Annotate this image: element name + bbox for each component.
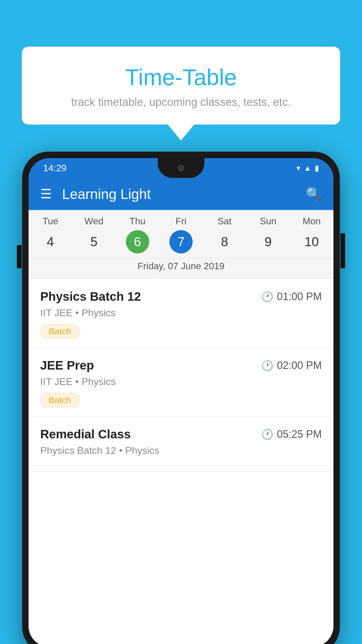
schedule-item-1-subtitle: IIT JEE • Physics	[40, 307, 322, 318]
day-name-tue: Tue	[29, 216, 72, 227]
phone-notch	[158, 158, 204, 178]
day-name-thu: Thu	[116, 216, 159, 227]
day-name-fri: Fri	[159, 216, 203, 227]
schedule-item-2-header: JEE Prep 🕐 02:00 PM	[40, 358, 322, 372]
schedule-item-1-title: Physics Batch 12	[40, 290, 141, 304]
app-title: Learning Light	[62, 186, 306, 202]
schedule-list[interactable]: Physics Batch 12 🕐 01:00 PM IIT JEE • Ph…	[29, 279, 333, 644]
day-9[interactable]: 9	[256, 230, 280, 253]
status-icons: ▾ ▲ ▮	[296, 164, 319, 173]
schedule-item-1-header: Physics Batch 12 🕐 01:00 PM	[40, 290, 322, 304]
schedule-item-2-time: 🕐 02:00 PM	[261, 359, 322, 372]
phone-outer: 14:29 ▾ ▲ ▮ ☰ Learning Light 🔍	[22, 152, 340, 644]
day-names-row: Tue Wed Thu Fri Sat Sun Mon	[29, 216, 333, 227]
signal-icon: ▲	[304, 164, 311, 173]
clock-icon-1: 🕐	[261, 291, 273, 302]
schedule-item-3-subtitle: Physics Batch 12 • Physics	[40, 445, 322, 456]
day-name-sun: Sun	[246, 216, 290, 227]
selected-date-label: Friday, 07 June 2019	[29, 258, 333, 277]
day-name-mon: Mon	[290, 216, 333, 227]
clock-icon-3: 🕐	[261, 428, 273, 440]
menu-icon[interactable]: ☰	[40, 188, 52, 200]
phone-screen: 14:29 ▾ ▲ ▮ ☰ Learning Light 🔍	[29, 158, 333, 644]
day-8[interactable]: 8	[213, 230, 236, 253]
schedule-item-1[interactable]: Physics Batch 12 🕐 01:00 PM IIT JEE • Ph…	[29, 279, 333, 348]
schedule-item-3-time-text: 05:25 PM	[277, 428, 322, 440]
bubble-title: Time-Table	[36, 64, 326, 91]
app-bar: ☰ Learning Light 🔍	[29, 178, 333, 210]
day-name-sat: Sat	[203, 216, 246, 227]
day-7-selected[interactable]: 7	[169, 230, 193, 253]
schedule-item-3-header: Remedial Class 🕐 05:25 PM	[40, 427, 322, 441]
day-6-today[interactable]: 6	[126, 230, 149, 253]
battery-icon: ▮	[315, 164, 319, 173]
batch-tag-2: Batch	[40, 393, 80, 407]
day-10[interactable]: 10	[300, 230, 323, 253]
camera	[178, 165, 184, 171]
search-icon[interactable]: 🔍	[306, 186, 322, 202]
phone-wrapper: 14:29 ▾ ▲ ▮ ☰ Learning Light 🔍	[22, 152, 340, 644]
status-time: 14:29	[43, 163, 66, 174]
day-name-wed: Wed	[72, 216, 115, 227]
speech-bubble-card: Time-Table track timetable, upcoming cla…	[22, 47, 340, 125]
day-numbers-row: 4 5 6 7 8 9 10	[29, 230, 333, 253]
schedule-item-3-title: Remedial Class	[40, 427, 131, 441]
batch-tag-1: Batch	[40, 324, 80, 338]
speech-bubble-wrapper: Time-Table track timetable, upcoming cla…	[22, 47, 340, 141]
schedule-item-2-subtitle: IIT JEE • Physics	[40, 376, 322, 387]
bubble-arrow	[168, 125, 194, 141]
day-4[interactable]: 4	[39, 230, 62, 253]
schedule-item-2-title: JEE Prep	[40, 358, 94, 372]
schedule-item-1-time-text: 01:00 PM	[277, 290, 322, 303]
calendar-strip: Tue Wed Thu Fri Sat Sun Mon 4 5 6 7 8 9 …	[29, 210, 333, 279]
day-5[interactable]: 5	[82, 230, 106, 253]
clock-icon-2: 🕐	[261, 360, 273, 371]
schedule-item-2-time-text: 02:00 PM	[277, 359, 322, 372]
wifi-icon: ▾	[296, 164, 300, 173]
bubble-subtitle: track timetable, upcoming classes, tests…	[36, 96, 326, 108]
schedule-item-3[interactable]: Remedial Class 🕐 05:25 PM Physics Batch …	[29, 417, 333, 472]
schedule-item-3-time: 🕐 05:25 PM	[261, 428, 322, 440]
schedule-item-2[interactable]: JEE Prep 🕐 02:00 PM IIT JEE • Physics Ba…	[29, 348, 333, 417]
schedule-item-1-time: 🕐 01:00 PM	[261, 290, 322, 303]
